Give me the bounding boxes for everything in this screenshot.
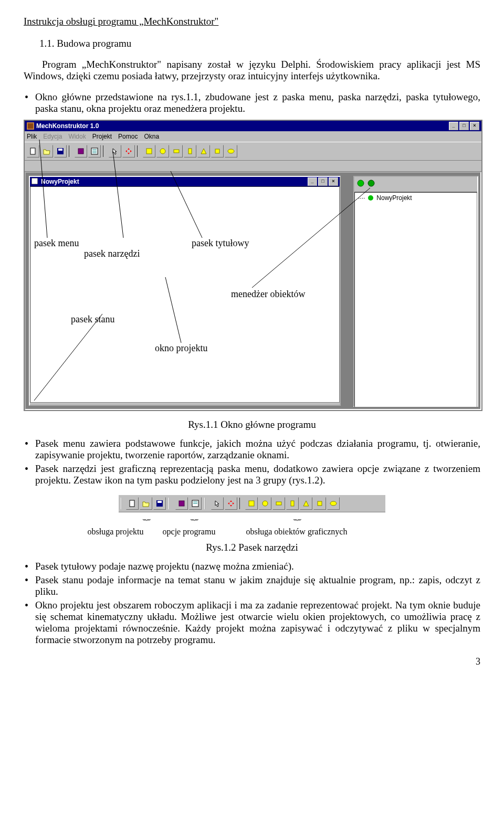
bullet-okno-projektu: Okno projektu jest obszarem roboczym apl… (24, 600, 480, 646)
open-file-icon[interactable] (40, 145, 53, 157)
tb2-y3-icon[interactable] (272, 497, 285, 510)
maximize-button[interactable]: □ (459, 122, 469, 130)
bullet-pasek-narzedzi: Pasek narzędzi jest graficzną reprezenta… (24, 463, 480, 486)
bullet-pasek-tytulowy: Pasek tytułowy podaje nazwę projektu (na… (24, 561, 480, 572)
menu-pomoc[interactable]: Pomoc (118, 133, 138, 140)
svg-rect-10 (146, 149, 152, 154)
bullet-text: Pasek menu zawiera podstawowe funkcje, j… (35, 438, 480, 460)
svg-marker-14 (201, 149, 206, 154)
tree-dash: ···· (358, 194, 365, 202)
svg-rect-4 (58, 149, 62, 151)
bullet-text: Okno projektu jest obszarem roboczym apl… (35, 600, 480, 645)
tree-root-item[interactable]: ···· NowyProjekt (358, 194, 474, 202)
brace-label-b: opcje programu (155, 527, 223, 537)
menu-widok[interactable]: Widok (68, 133, 86, 140)
intro-paragraph: Program „MechKonstruktor" napisany zosta… (24, 59, 480, 82)
svg-rect-39 (318, 501, 322, 506)
list-icon[interactable] (88, 145, 101, 157)
label-pasek-narzedzi: pasek narzędzi (84, 248, 140, 259)
pointer-icon[interactable] (109, 145, 121, 157)
svg-point-40 (330, 501, 337, 506)
yellow-icon-7[interactable] (225, 145, 237, 157)
svg-rect-34 (249, 501, 254, 506)
brace-row: ︸ ︸ ︸ (121, 514, 383, 527)
svg-rect-5 (78, 149, 83, 154)
brace-labels: obsługa projektu opcje programu obsługa … (94, 527, 410, 537)
section-number: 1.1. Budowa programu (39, 38, 480, 49)
tb2-new-icon[interactable] (126, 497, 139, 510)
bullet-pasek-stanu: Pasek stanu podaje informacje na temat s… (24, 574, 480, 597)
menu-bar: Plik Edycja Widok Projekt Pomoc Okna (25, 131, 481, 142)
menu-edycja[interactable]: Edycja (43, 133, 62, 140)
tb2-move-icon[interactable] (225, 497, 237, 510)
yellow-icon-4[interactable] (184, 145, 196, 157)
doc-icon (32, 178, 39, 185)
figure1-caption: Rys.1.1 Okno główne programu (24, 419, 480, 430)
svg-point-20 (368, 195, 373, 201)
tb2-y1-icon[interactable] (245, 497, 258, 510)
yellow-icon-2[interactable] (156, 145, 169, 157)
svg-rect-15 (215, 149, 219, 153)
menu-plik[interactable]: Plik (27, 133, 37, 140)
svg-rect-1 (28, 123, 33, 129)
sub-close-button[interactable]: × (329, 177, 338, 186)
label-menedzer: menedżer obiektów (231, 289, 305, 300)
new-file-icon[interactable] (27, 145, 39, 157)
tb2-y5-icon[interactable] (300, 497, 312, 510)
tree-label: NowyProjekt (376, 194, 412, 202)
tb2-open-icon[interactable] (140, 497, 152, 510)
tb2-y2-icon[interactable] (259, 497, 271, 510)
page-number: 3 (24, 656, 480, 667)
svg-rect-29 (158, 501, 162, 503)
tb2-pointer-icon[interactable] (211, 497, 224, 510)
app-window: MechKonstruktor 1.0 _ □ × Plik Edycja Wi… (24, 120, 482, 411)
yellow-icon-5[interactable] (197, 145, 210, 157)
bullet-text: Pasek tytułowy podaje nazwę projektu (na… (35, 561, 294, 572)
sub-maximize-button[interactable]: □ (318, 177, 328, 186)
bullet-text: Pasek stanu podaje informacje na temat s… (35, 574, 480, 597)
svg-point-16 (228, 149, 234, 153)
brace-label-c: obsługa obiektów graficznych (223, 527, 370, 537)
label-pasek-stanu: pasek stanu (71, 314, 114, 325)
doc-header: Instrukcja obsługi programu „MechKonstru… (24, 16, 480, 27)
bullet-okno-glowne: Okno główne przedstawione na rys.1.1, zb… (24, 91, 480, 114)
bullet-text: Pasek narzędzi jest graficzną reprezenta… (35, 463, 480, 486)
yellow-icon-6[interactable] (211, 145, 224, 157)
mgr-icon-1[interactable] (356, 178, 365, 190)
menu-projekt[interactable]: Projekt (92, 133, 112, 140)
svg-rect-13 (188, 149, 192, 154)
main-titlebar: MechKonstruktor 1.0 _ □ × (25, 121, 481, 131)
tb2-book-icon[interactable] (175, 497, 188, 510)
tb2-y4-icon[interactable] (286, 497, 299, 510)
svg-point-11 (160, 149, 165, 154)
svg-rect-17 (32, 178, 38, 184)
app-title: MechKonstruktor 1.0 (36, 122, 99, 130)
app-icon (27, 122, 34, 130)
svg-point-19 (368, 180, 374, 186)
main-toolbar (25, 142, 481, 161)
yellow-icon-1[interactable] (143, 145, 155, 157)
save-icon[interactable] (54, 145, 67, 157)
move-icon[interactable] (122, 145, 135, 157)
bullet-text: Okno główne przedstawione na rys.1.1, zb… (35, 91, 480, 114)
menu-okna[interactable]: Okna (144, 133, 159, 140)
tb2-list-icon[interactable] (189, 497, 202, 510)
mgr-icon-2[interactable] (367, 178, 375, 190)
sub-titlebar: NowyProjekt _ □ × (30, 177, 340, 186)
label-pasek-menu: pasek menu (34, 238, 79, 249)
object-tree[interactable]: ···· NowyProjekt (354, 192, 477, 407)
label-okno-projektu: okno projektu (155, 343, 208, 354)
minimize-button[interactable]: _ (449, 122, 458, 130)
yellow-icon-3[interactable] (170, 145, 183, 157)
sub-minimize-button[interactable]: _ (308, 177, 317, 186)
book-icon[interactable] (75, 145, 87, 157)
tb2-y6-icon[interactable] (313, 497, 326, 510)
tb2-save-icon[interactable] (153, 497, 166, 510)
tree-node-icon (367, 194, 374, 202)
tb2-y7-icon[interactable] (327, 497, 340, 510)
object-manager-panel: ···· NowyProjekt (353, 176, 478, 407)
svg-rect-30 (179, 501, 184, 506)
close-button[interactable]: × (470, 122, 479, 130)
bullet-pasek-menu: Pasek menu zawiera podstawowe funkcje, j… (24, 438, 480, 461)
svg-rect-37 (291, 501, 294, 506)
